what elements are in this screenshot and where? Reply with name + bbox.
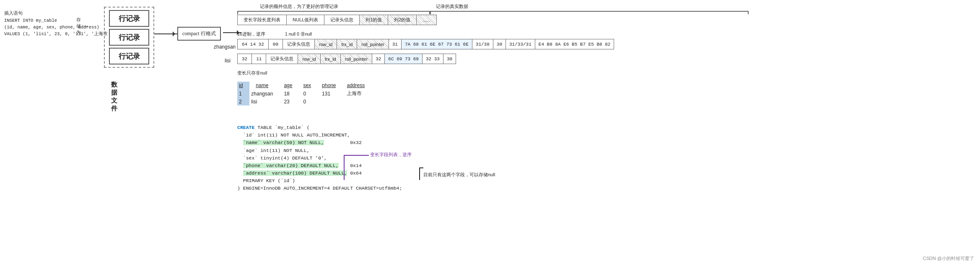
cell-age-2: 23 — [282, 98, 301, 105]
zs-hex-name: 7A 68 61 6E 67 73 61 6E — [401, 39, 472, 49]
zs-header: 记录头信息 — [283, 39, 315, 49]
sql-phone-highlight: `phone` varchar(20) DEFAULT NULL, — [243, 163, 339, 168]
table-row: 2 lisi 23 0 — [237, 98, 374, 105]
record-box-3: 行记录 — [109, 48, 149, 64]
zs-rowid: row_id — [315, 39, 337, 49]
sql-phone-hex: 0x14 — [350, 163, 362, 168]
zs-null: 00 — [268, 39, 283, 49]
arrow-right-icon: → — [83, 23, 89, 30]
lisi-rollptr: roll_pointer — [340, 54, 372, 64]
cell-phone-2 — [320, 98, 345, 105]
sql-name-hex: 0x32 — [350, 140, 362, 145]
cell-name-1: zhangsan — [249, 89, 282, 98]
storage-arrow-area: 存储为 → — [76, 17, 89, 36]
zs-val-age: 31/38 — [472, 39, 493, 49]
cell-address-1: 上海市 — [345, 89, 374, 98]
sql-line3: VALUES (1, 'lisi', 23, 0, '131', '上海市'); — [4, 31, 116, 36]
insert-sql: 插入语句 INSERT INTO my_table (id, name, age… — [4, 3, 116, 44]
col-phone: phone — [320, 82, 345, 89]
zs-val-address: E4 B8 8A E6 B5 B7 E5 B8 82 — [535, 39, 614, 49]
cell-age-1: 18 — [282, 89, 301, 98]
lisi-header: 记录头信息 — [266, 54, 298, 64]
cell-phone-1: 131 — [320, 89, 345, 98]
zs-val1: 31 — [389, 39, 401, 49]
brace-real-right — [748, 11, 749, 14]
sql-create-keyword: CREATE — [237, 125, 254, 130]
lisi-trxid: trx_id — [320, 54, 340, 64]
zs-val-phone: 31/33/31 — [506, 39, 535, 49]
col-sex: sex — [301, 82, 320, 89]
cell-id-2: 2 — [237, 98, 249, 105]
sql-label: 插入语句 — [4, 11, 23, 16]
header-var-len: 变长字段长度列表 — [238, 15, 287, 25]
nullable-callout-label: 目前只有这两个字段，可以存储null — [423, 172, 495, 178]
lisi-val1: 32 — [372, 54, 385, 64]
csdn-watermark: CSDN @小的时候可爱了 — [923, 255, 974, 262]
null-note: 1 null 0 非null — [285, 31, 312, 37]
top-annotation-real: 记录的真实数据 — [436, 3, 468, 10]
col-address: address — [345, 82, 374, 89]
arrow-records-compact — [154, 33, 177, 34]
zs-var-len: 64 14 32 — [238, 39, 269, 49]
hex-note: 16进制，逆序 — [237, 31, 265, 37]
nullable-arrow-v — [419, 167, 420, 180]
cell-sex-2: 0 — [301, 98, 320, 105]
data-file-label: 数据文件 — [111, 81, 117, 113]
sql-name-highlight: `name` varchar(50) NOT NULL, — [243, 140, 324, 145]
brace-extra-left — [237, 11, 238, 14]
header-col2: 列2的值 — [388, 15, 417, 25]
lisi-row-table: 32 11 记录头信息 row_id trx_id roll_pointer 3… — [237, 54, 456, 64]
record-box-1: 行记录 — [109, 10, 149, 27]
format-header-table: 变长字段长度列表 NULL值列表 记录头信息 列1的值 列2的值 ...... — [237, 15, 437, 25]
header-more: ...... — [417, 15, 436, 25]
var-len-callout-horizontal — [344, 155, 369, 156]
lisi-hex-name: 6C 69 73 69 — [385, 54, 423, 64]
lisi-val-sex: 30 — [443, 54, 456, 64]
null-note-bottom: 变长只存非null — [237, 70, 267, 76]
var-len-callout-arrow — [344, 155, 345, 180]
col-name: name — [249, 82, 282, 89]
cell-sex-1: 0 — [301, 89, 320, 98]
top-annotation-extra: 记录的额外信息，为了更好的管理记录 — [260, 3, 338, 10]
header-col1: 列1的值 — [360, 15, 388, 25]
col-id: id — [237, 82, 249, 89]
brace-real-left — [430, 11, 431, 14]
brace-extra-info — [237, 11, 430, 12]
table-row: 1 zhangsan 18 0 131 上海市 — [237, 89, 374, 98]
record-box-2: 行记录 — [109, 29, 149, 46]
var-len-callout-label: 变长字段列表，逆序 — [370, 152, 412, 158]
brace-real-data — [430, 11, 749, 12]
cell-address-2 — [345, 98, 374, 105]
storage-label: 存储为 — [76, 17, 81, 36]
sql-address-hex: 0x64 — [350, 170, 362, 176]
lisi-label: lisi — [225, 58, 231, 64]
sql-line1: INSERT INTO my_table — [4, 18, 57, 23]
zs-rollptr: roll_pointer — [357, 39, 389, 49]
header-record-info: 记录头信息 — [324, 15, 360, 25]
cell-name-2: lisi — [249, 98, 282, 105]
records-dashed-container: 行记录 行记录 行记录 — [104, 7, 154, 68]
simple-data-table: id name age sex phone address 1 zhangsan… — [237, 82, 374, 105]
zs-val-sex: 30 — [493, 39, 506, 49]
compact-format-box: compact 行格式 — [177, 27, 221, 41]
lisi-rowid: row_id — [298, 54, 320, 64]
nullable-arrow-h — [419, 167, 423, 168]
sql-address-highlight: `address` varchar(100) DEFAULT NULL, — [243, 170, 347, 176]
lisi-null: 11 — [252, 54, 266, 64]
col-age: age — [282, 82, 301, 89]
lisi-var-len: 32 — [238, 54, 252, 64]
zhangsan-row-table: 64 14 32 00 记录头信息 row_id trx_id roll_poi… — [237, 39, 614, 49]
main-container: 插入语句 INSERT INTO my_table (id, name, age… — [0, 0, 980, 265]
sql-block: CREATE TABLE `my_table` ( `id` int(11) N… — [237, 116, 402, 200]
lisi-val-age: 32 33 — [422, 54, 443, 64]
cell-id-1: 1 — [237, 89, 249, 98]
zs-trxid: trx_id — [337, 39, 357, 49]
zhangsan-label: zhangsan — [214, 44, 236, 50]
header-null-list: NULL值列表 — [287, 15, 324, 25]
